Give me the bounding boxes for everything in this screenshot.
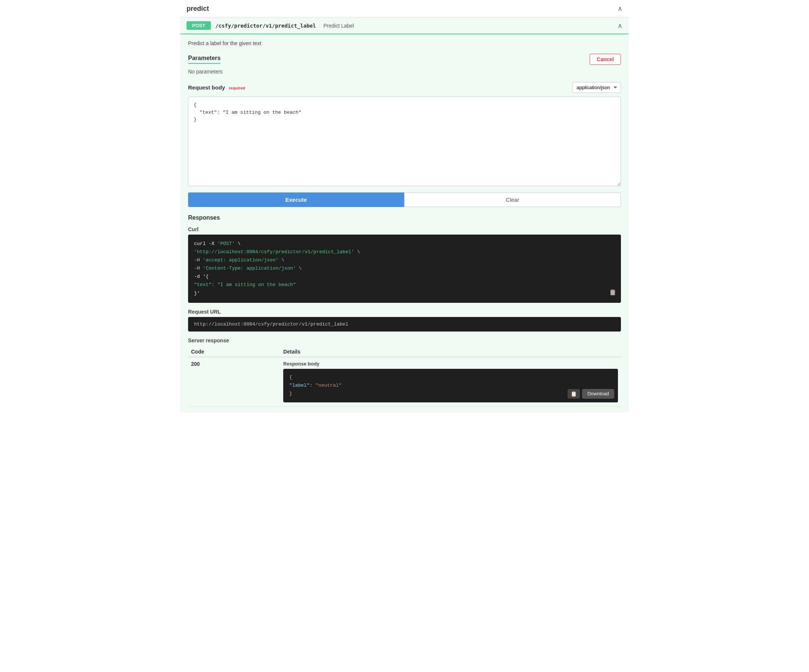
responses-title: Responses <box>188 215 621 221</box>
request-body-header: Request body required application/json <box>188 82 621 93</box>
description-text: Predict a label for the given text <box>188 40 621 46</box>
table-row: 200 Response body { "label": "neutral" }… <box>188 357 621 406</box>
endpoint-collapse-icon[interactable]: ∧ <box>618 22 623 30</box>
header-collapse-icon[interactable]: ∧ <box>618 5 623 13</box>
clear-button[interactable]: Clear <box>404 193 621 207</box>
method-badge: POST <box>186 21 211 30</box>
request-url-block: http://localhost:8084/csfy/predictor/v1/… <box>188 317 621 332</box>
server-response-label: Server response <box>188 337 621 344</box>
required-badge: required <box>229 86 245 90</box>
execute-button[interactable]: Execute <box>188 193 404 207</box>
response-copy-button[interactable]: 📋 <box>567 389 580 399</box>
section-header: predict ∧ <box>181 0 628 18</box>
col-details: Details <box>280 347 621 357</box>
no-parameters-text: No parameters <box>188 69 621 75</box>
response-code: 200 <box>188 357 280 406</box>
download-button[interactable]: Download <box>582 389 614 399</box>
action-buttons: Execute Clear <box>188 193 621 207</box>
request-body-label-group: Request body required <box>188 84 245 90</box>
page-title: predict <box>186 5 209 13</box>
content-type-select[interactable]: application/json <box>572 82 621 93</box>
response-actions: 📋 Download <box>567 389 614 399</box>
parameters-title: Parameters <box>188 55 220 64</box>
endpoint-path: /csfy/predictor/v1/predict_label <box>215 23 316 29</box>
response-body-block: { "label": "neutral" } 📋 Download <box>283 369 618 402</box>
request-body-textarea[interactable]: { "text": "I am sitting on the beach" } <box>188 97 621 186</box>
response-body-label: Response body <box>283 361 618 367</box>
col-code: Code <box>188 347 280 357</box>
curl-label: Curl <box>188 226 621 232</box>
curl-block: curl -X 'POST' \ 'http://localhost:8084/… <box>188 235 621 303</box>
curl-copy-icon[interactable]: 📋 <box>609 288 616 298</box>
table-header-row: Code Details <box>188 347 621 357</box>
response-details: Response body { "label": "neutral" } 📋 D… <box>280 357 621 406</box>
request-body-label: Request body <box>188 84 225 90</box>
request-url-label: Request URL <box>188 309 621 315</box>
parameters-header: Parameters Cancel <box>188 54 621 65</box>
endpoint-row: POST /csfy/predictor/v1/predict_label Pr… <box>181 18 628 34</box>
endpoint-summary: Predict Label <box>324 23 354 29</box>
content-area: Predict a label for the given text Param… <box>181 34 628 412</box>
cancel-button[interactable]: Cancel <box>589 54 621 65</box>
response-table: Code Details 200 Response body { "label"… <box>188 347 621 407</box>
